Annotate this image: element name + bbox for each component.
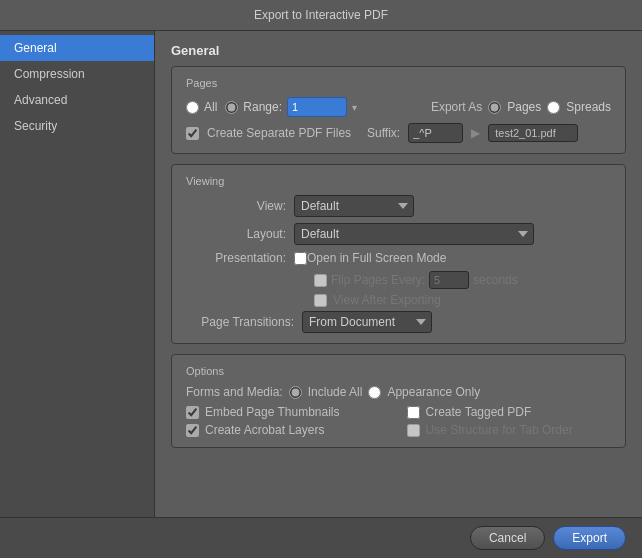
create-acrobat-row: Create Acrobat Layers <box>186 423 391 437</box>
dialog-title: Export to Interactive PDF <box>254 8 388 22</box>
viewing-label: Viewing <box>186 175 611 187</box>
layout-row: Layout: Default <box>186 223 611 245</box>
flip-pages-label: Flip Pages Every: <box>331 273 425 287</box>
pages-row: All Range: ▾ Export As Pages Spreads <box>186 97 611 117</box>
page-transitions-row: Page Transitions: From Document <box>186 311 611 333</box>
separate-files-row: Create Separate PDF Files Suffix: ▶ test… <box>186 123 611 143</box>
viewing-section: Viewing View: Default Layout: Default Pr… <box>171 164 626 344</box>
pages-export-label: Pages <box>507 100 541 114</box>
view-label: View: <box>186 199 286 213</box>
embed-thumbnails-row: Embed Page Thumbnails <box>186 405 391 419</box>
range-dropdown-icon[interactable]: ▾ <box>352 102 357 113</box>
layout-label: Layout: <box>186 227 286 241</box>
forms-media-label: Forms and Media: <box>186 385 283 399</box>
export-button[interactable]: Export <box>553 526 626 550</box>
export-as-label: Export As <box>431 100 482 114</box>
fullscreen-checkbox[interactable] <box>294 252 307 265</box>
range-radio-group: Range: ▾ <box>225 97 357 117</box>
appearance-only-label: Appearance Only <box>387 385 480 399</box>
layout-select[interactable]: Default <box>294 223 534 245</box>
pages-section: Pages All Range: ▾ Export As <box>171 66 626 154</box>
range-radio-label: Range: <box>243 100 282 114</box>
create-tagged-checkbox[interactable] <box>407 406 420 419</box>
title-bar: Export to Interactive PDF <box>0 0 642 31</box>
section-title: General <box>171 43 626 58</box>
sidebar-item-compression[interactable]: Compression <box>0 61 154 87</box>
suffix-label: Suffix: <box>367 126 400 140</box>
create-acrobat-checkbox[interactable] <box>186 424 199 437</box>
flip-pages-input[interactable] <box>429 271 469 289</box>
sidebar-item-advanced[interactable]: Advanced <box>0 87 154 113</box>
include-all-radio[interactable] <box>289 386 302 399</box>
sidebar: General Compression Advanced Security <box>0 31 155 517</box>
sidebar-item-security[interactable]: Security <box>0 113 154 139</box>
fullscreen-label: Open in Full Screen Mode <box>307 251 446 265</box>
forms-media-row: Forms and Media: Include All Appearance … <box>186 385 611 399</box>
flip-pages-row: Flip Pages Every: seconds <box>186 271 611 289</box>
embed-thumbnails-label: Embed Page Thumbnails <box>205 405 340 419</box>
view-after-label: View After Exporting <box>333 293 441 307</box>
use-structure-row: Use Structure for Tab Order <box>407 423 612 437</box>
view-after-row: View After Exporting <box>186 293 611 307</box>
options-label: Options <box>186 365 611 377</box>
options-grid: Embed Page Thumbnails Create Tagged PDF … <box>186 405 611 437</box>
separate-files-checkbox[interactable] <box>186 127 199 140</box>
spreads-export-radio[interactable] <box>547 101 560 114</box>
flip-pages-checkbox[interactable] <box>314 274 327 287</box>
bottom-bar: Cancel Export <box>0 517 642 558</box>
range-input[interactable] <box>287 97 347 117</box>
page-transitions-select[interactable]: From Document <box>302 311 432 333</box>
all-radio[interactable] <box>186 101 199 114</box>
options-section: Options Forms and Media: Include All App… <box>171 354 626 448</box>
view-after-checkbox[interactable] <box>314 294 327 307</box>
create-tagged-label: Create Tagged PDF <box>426 405 532 419</box>
create-tagged-row: Create Tagged PDF <box>407 405 612 419</box>
page-transitions-label: Page Transitions: <box>186 315 294 329</box>
include-all-label: Include All <box>308 385 363 399</box>
sidebar-item-general[interactable]: General <box>0 35 154 61</box>
pages-label: Pages <box>186 77 611 89</box>
suffix-arrow-icon: ▶ <box>471 126 480 140</box>
view-select[interactable]: Default <box>294 195 414 217</box>
cancel-button[interactable]: Cancel <box>470 526 545 550</box>
filename-display: test2_01.pdf <box>488 124 578 142</box>
seconds-label: seconds <box>473 273 518 287</box>
pages-export-radio[interactable] <box>488 101 501 114</box>
use-structure-label: Use Structure for Tab Order <box>426 423 573 437</box>
appearance-only-radio[interactable] <box>368 386 381 399</box>
presentation-label: Presentation: <box>186 251 286 265</box>
view-row: View: Default <box>186 195 611 217</box>
export-as-group: Export As Pages Spreads <box>431 100 611 114</box>
suffix-input[interactable] <box>408 123 463 143</box>
embed-thumbnails-checkbox[interactable] <box>186 406 199 419</box>
spreads-export-label: Spreads <box>566 100 611 114</box>
use-structure-checkbox[interactable] <box>407 424 420 437</box>
presentation-row: Presentation: Open in Full Screen Mode <box>186 251 611 265</box>
range-radio[interactable] <box>225 101 238 114</box>
separate-files-label: Create Separate PDF Files <box>207 126 351 140</box>
all-radio-group: All <box>186 100 217 114</box>
content-area: General Pages All Range: ▾ <box>155 31 642 517</box>
create-acrobat-label: Create Acrobat Layers <box>205 423 324 437</box>
all-radio-label: All <box>204 100 217 114</box>
